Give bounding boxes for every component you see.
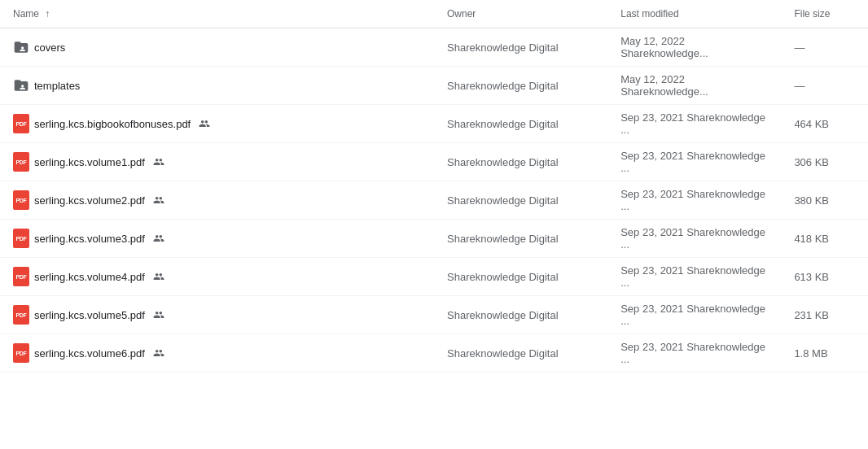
- shared-icon: [153, 347, 164, 359]
- modified-cell: Sep 23, 2021 Shareknowledge ...: [607, 143, 781, 181]
- table-row[interactable]: PDFserling.kcs.volume2.pdf Shareknowledg…: [0, 181, 868, 220]
- size-cell: 306 KB: [781, 143, 868, 181]
- name-cell: PDFserling.kcs.volume4.pdf: [0, 258, 434, 296]
- owner-cell: Shareknowledge Digital: [434, 258, 607, 296]
- pdf-icon: PDF: [13, 114, 29, 133]
- name-cell: PDFserling.kcs.volume2.pdf: [0, 181, 434, 220]
- svg-point-1: [21, 85, 24, 87]
- name-cell: PDFserling.kcs.volume6.pdf: [0, 334, 434, 373]
- size-cell: 1.8 MB: [781, 334, 868, 373]
- modified-cell: Sep 23, 2021 Shareknowledge ...: [607, 296, 781, 334]
- modified-cell: May 12, 2022 Shareknowledge...: [607, 67, 781, 105]
- pdf-icon: PDF: [13, 305, 29, 325]
- table-row[interactable]: PDFserling.kcs.volume5.pdf Shareknowledg…: [0, 296, 868, 334]
- file-list-table: Name ↑ Owner Last modified File size cov…: [0, 0, 868, 373]
- table-row[interactable]: PDFserling.kcs.volume4.pdf Shareknowledg…: [0, 258, 868, 296]
- size-cell: 613 KB: [781, 258, 868, 296]
- pdf-icon: PDF: [13, 152, 29, 172]
- modified-cell: May 12, 2022 Shareknowledge...: [607, 28, 781, 67]
- size-header-label: File size: [794, 8, 830, 20]
- modified-cell: Sep 23, 2021 Shareknowledge ...: [607, 334, 781, 373]
- shared-icon: [153, 233, 164, 244]
- modified-cell: Sep 23, 2021 Shareknowledge ...: [607, 181, 781, 220]
- file-name: serling.kcs.volume6.pdf: [34, 347, 145, 360]
- owner-cell: Shareknowledge Digital: [434, 67, 607, 105]
- name-column-header[interactable]: Name ↑: [0, 0, 434, 28]
- size-cell: 418 KB: [781, 220, 868, 258]
- table-header-row: Name ↑ Owner Last modified File size: [0, 0, 868, 28]
- name-cell: templates: [0, 67, 434, 105]
- table-row[interactable]: PDFserling.kcs.volume1.pdf Shareknowledg…: [0, 143, 868, 181]
- pdf-icon: PDF: [13, 267, 29, 286]
- pdf-icon: PDF: [13, 229, 29, 248]
- size-cell: 231 KB: [781, 296, 868, 334]
- name-cell: covers: [0, 28, 434, 67]
- name-cell: PDFserling.kcs.volume3.pdf: [0, 220, 434, 258]
- shared-icon: [153, 156, 164, 168]
- svg-point-0: [21, 46, 24, 49]
- file-name: templates: [34, 80, 80, 92]
- modified-cell: Sep 23, 2021 Shareknowledge ...: [607, 105, 781, 143]
- file-name: serling.kcs.bigbookofbonuses.pdf: [34, 118, 191, 130]
- size-column-header[interactable]: File size: [781, 0, 868, 28]
- pdf-icon: PDF: [13, 343, 29, 363]
- owner-cell: Shareknowledge Digital: [434, 143, 607, 181]
- name-cell: PDFserling.kcs.volume5.pdf: [0, 296, 434, 334]
- name-cell: PDFserling.kcs.volume1.pdf: [0, 143, 434, 181]
- owner-cell: Shareknowledge Digital: [434, 220, 607, 258]
- owner-cell: Shareknowledge Digital: [434, 181, 607, 220]
- owner-cell: Shareknowledge Digital: [434, 28, 607, 67]
- file-name: serling.kcs.volume1.pdf: [34, 156, 145, 168]
- modified-cell: Sep 23, 2021 Shareknowledge ...: [607, 258, 781, 296]
- modified-cell: Sep 23, 2021 Shareknowledge ...: [607, 220, 781, 258]
- table-row[interactable]: PDFserling.kcs.volume3.pdf Shareknowledg…: [0, 220, 868, 258]
- table-row[interactable]: templatesShareknowledge DigitalMay 12, 2…: [0, 67, 868, 105]
- folder-icon: [13, 39, 29, 55]
- file-name: serling.kcs.volume4.pdf: [34, 271, 145, 283]
- name-header-label: Name: [13, 8, 39, 20]
- modified-column-header[interactable]: Last modified: [607, 0, 781, 28]
- owner-header-label: Owner: [447, 8, 476, 20]
- owner-cell: Shareknowledge Digital: [434, 105, 607, 143]
- name-cell: PDFserling.kcs.bigbookofbonuses.pdf: [0, 105, 434, 143]
- owner-cell: Shareknowledge Digital: [434, 296, 607, 334]
- size-cell: —: [781, 67, 868, 105]
- table-row[interactable]: coversShareknowledge DigitalMay 12, 2022…: [0, 28, 868, 67]
- sort-ascending-icon: ↑: [45, 8, 50, 20]
- pdf-icon: PDF: [13, 190, 29, 210]
- shared-icon: [153, 309, 164, 320]
- file-name: serling.kcs.volume2.pdf: [34, 194, 145, 207]
- modified-header-label: Last modified: [620, 8, 678, 20]
- shared-icon: [199, 118, 210, 129]
- owner-cell: Shareknowledge Digital: [434, 334, 607, 373]
- shared-icon: [153, 194, 164, 206]
- folder-icon: [13, 77, 29, 94]
- shared-icon: [153, 271, 164, 282]
- file-name: serling.kcs.volume5.pdf: [34, 309, 145, 321]
- size-cell: —: [781, 28, 868, 67]
- size-cell: 464 KB: [781, 105, 868, 143]
- table-row[interactable]: PDFserling.kcs.volume6.pdf Shareknowledg…: [0, 334, 868, 373]
- file-name: covers: [34, 41, 65, 54]
- table-row[interactable]: PDFserling.kcs.bigbookofbonuses.pdf Shar…: [0, 105, 868, 143]
- file-name: serling.kcs.volume3.pdf: [34, 233, 145, 245]
- owner-column-header[interactable]: Owner: [434, 0, 607, 28]
- size-cell: 380 KB: [781, 181, 868, 220]
